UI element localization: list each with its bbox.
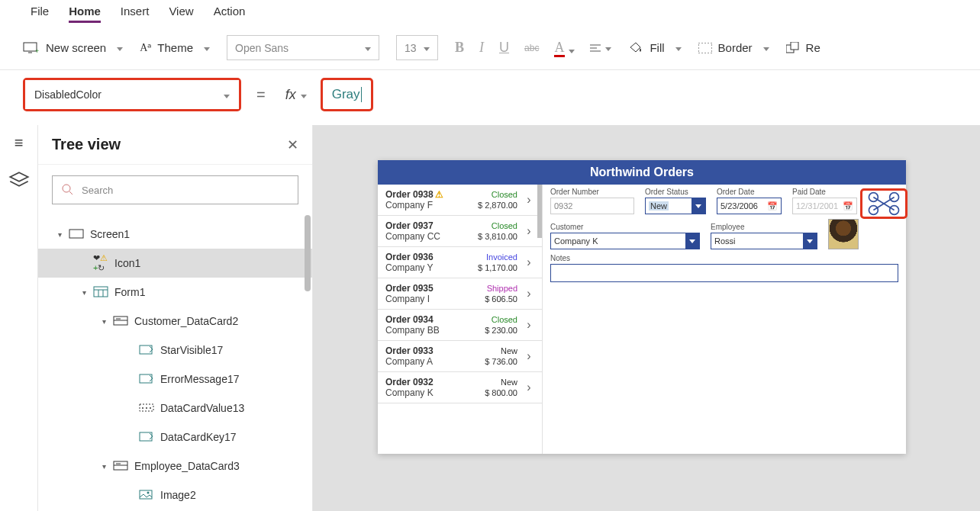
order-list-item[interactable]: Order 0934Closed›Company BB$ 230.00 — [378, 310, 542, 341]
tree-list: ▾Screen1❤⚠+↻Icon1▾Form1▾Customer_DataCar… — [38, 215, 312, 511]
menu-home[interactable]: Home — [69, 5, 101, 23]
menu-bar: File Home Insert View Action — [0, 0, 980, 29]
reorder-label: Re — [806, 41, 820, 54]
svg-point-21 — [150, 407, 151, 409]
order-date-label: Order Date — [717, 188, 782, 196]
text-format-group: B I U abc A — [455, 40, 611, 56]
warning-icon: ⚠ — [435, 189, 443, 200]
tree-view-title: Tree view — [52, 136, 121, 153]
hamburger-icon[interactable]: ≡ — [15, 134, 24, 152]
svg-point-28 — [869, 193, 878, 202]
employee-select[interactable]: Rossi — [711, 233, 817, 249]
tree-item[interactable]: ▾Employee_DataCard3 — [38, 452, 312, 480]
theme-icon: Aᵃ — [140, 41, 151, 54]
paid-date-input[interactable]: 12/31/2001📅 — [792, 198, 857, 214]
order-status-select[interactable]: New — [645, 198, 706, 214]
align-button[interactable] — [590, 44, 601, 52]
tree-item[interactable]: ErrorMessage17 — [38, 365, 312, 394]
close-icon[interactable]: ✕ — [287, 137, 298, 153]
menu-action[interactable]: Action — [214, 5, 246, 23]
border-icon — [698, 43, 712, 53]
tree-item[interactable]: DataCardKey17 — [38, 423, 312, 452]
svg-point-30 — [869, 206, 878, 215]
paid-date-value: 12/31/2001 — [796, 201, 838, 211]
tree-item[interactable]: ▾Screen1 — [38, 220, 312, 249]
fx-label: fx — [285, 87, 296, 103]
app-preview: Northwind Orders Order 0938⚠Closed›Compa… — [378, 160, 906, 454]
menu-view[interactable]: View — [169, 5, 193, 23]
bold-button[interactable]: B — [455, 40, 464, 56]
new-screen-label: New screen — [46, 41, 106, 54]
tree-item-label: DataCardKey17 — [160, 431, 237, 443]
formula-value: Gray — [332, 87, 360, 102]
property-select[interactable]: DisabledColor — [25, 80, 239, 109]
tree-item-label: Employee_DataCard3 — [134, 460, 240, 472]
border-button[interactable]: Border — [698, 41, 769, 54]
tree-item-label: Form1 — [114, 286, 145, 298]
tree-item[interactable]: ❤⚠+↻Icon1 — [38, 249, 312, 278]
customer-value: Company K — [554, 236, 598, 246]
new-screen-button[interactable]: + New screen — [23, 41, 123, 54]
order-list-item[interactable]: Order 0933New›Company A$ 736.00 — [378, 341, 542, 372]
image-icon — [139, 490, 160, 500]
tree-scrollbar[interactable] — [305, 215, 311, 291]
fill-icon — [628, 41, 643, 55]
notes-label: Notes — [550, 254, 898, 262]
chevron-right-icon: › — [522, 224, 536, 238]
main-area: ≡ Tree view ✕ Search ▾Screen1❤⚠+↻Icon1▾F… — [0, 125, 980, 511]
tree-item-label: Icon1 — [114, 257, 140, 269]
search-icon — [62, 184, 74, 196]
tree-item[interactable]: DataCardValue13 — [38, 394, 312, 423]
order-list-item[interactable]: Order 0932New›Company K$ 800.00 — [378, 372, 542, 403]
font-color-button[interactable]: A — [554, 40, 575, 56]
font-select[interactable]: Open Sans — [227, 35, 379, 60]
customer-label: Customer — [550, 223, 700, 231]
selection-handles[interactable] — [860, 188, 907, 219]
chevron-right-icon: › — [522, 381, 536, 394]
order-list-item[interactable]: Order 0935Shipped›Company I$ 606.50 — [378, 278, 542, 310]
tree-item-label: DataCardValue13 — [160, 402, 244, 414]
card-icon — [113, 461, 134, 471]
menu-file[interactable]: File — [31, 5, 49, 23]
order-list-scrollbar[interactable] — [537, 185, 542, 238]
fx-button[interactable]: fx — [281, 80, 311, 109]
order-status-label: Order Status — [645, 188, 706, 196]
svg-rect-5 — [791, 42, 798, 50]
font-size-select[interactable]: 13 — [396, 35, 438, 60]
order-list-item[interactable]: Order 0937Closed›Company CC$ 3,810.00 — [378, 216, 542, 247]
tree-view-tab[interactable] — [8, 170, 30, 188]
notes-input[interactable] — [550, 264, 898, 282]
customer-select[interactable]: Company K — [550, 233, 700, 249]
font-value: Open Sans — [235, 42, 289, 54]
svg-rect-26 — [140, 490, 152, 499]
tree-item[interactable]: StarVisible17 — [38, 336, 312, 365]
formula-input[interactable]: Gray — [323, 80, 371, 109]
tree-search-input[interactable]: Search — [52, 175, 298, 204]
fill-button[interactable]: Fill — [628, 41, 681, 55]
tree-item[interactable]: Image2 — [38, 480, 312, 509]
tree-item[interactable]: ▾Form1 — [38, 278, 312, 307]
reorder-button[interactable]: Re — [786, 41, 820, 54]
menu-insert[interactable]: Insert — [121, 5, 150, 23]
theme-button[interactable]: Aᵃ Theme — [140, 41, 210, 54]
strike-button[interactable]: abc — [524, 43, 539, 53]
order-list-item[interactable]: Order 0938⚠Closed›Company F$ 2,870.00 — [378, 185, 542, 216]
paid-date-label: Paid Date — [792, 188, 857, 196]
tree-item-label: Screen1 — [90, 228, 130, 240]
svg-point-27 — [147, 492, 150, 494]
italic-button[interactable]: I — [479, 40, 484, 56]
property-value: DisabledColor — [34, 88, 102, 101]
tree-item[interactable]: ▾Customer_DataCard2 — [38, 307, 312, 336]
underline-button[interactable]: U — [499, 40, 509, 56]
canvas: Northwind Orders Order 0938⚠Closed›Compa… — [313, 125, 980, 511]
label-icon — [139, 432, 160, 442]
order-date-input[interactable]: 5/23/2006📅 — [717, 198, 782, 214]
icon-icon: ❤⚠+↻ — [93, 253, 114, 273]
order-list[interactable]: Order 0938⚠Closed›Company F$ 2,870.00Ord… — [378, 185, 543, 454]
order-list-item[interactable]: Order 0936Invoiced›Company Y$ 1,170.00 — [378, 247, 542, 278]
chevron-right-icon: › — [522, 193, 536, 207]
formula-bar: DisabledColor = fx Gray — [0, 70, 980, 125]
svg-rect-3 — [698, 43, 712, 53]
input-icon — [139, 403, 160, 413]
label-icon — [139, 374, 160, 384]
